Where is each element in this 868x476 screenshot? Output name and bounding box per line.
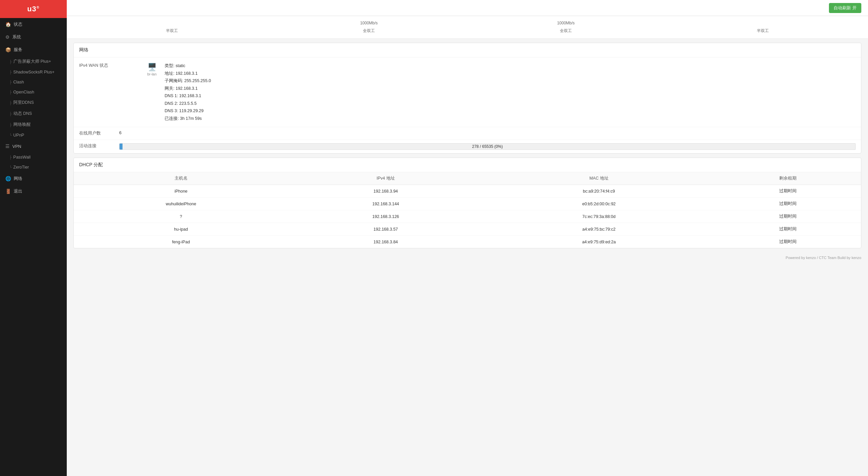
logo-sup: ®	[36, 5, 39, 9]
dhcp-cell-hostname-3: hu-ipad	[74, 223, 288, 236]
dhcp-cell-hostname-2: ?	[74, 210, 288, 223]
sidebar-item-status-label: 状态	[14, 21, 22, 27]
dhcp-cell-lease-4: 过期时间	[715, 236, 861, 248]
speed-col1-row2: 半双工	[73, 27, 271, 35]
sidebar-item-adblock[interactable]: 广告屏蔽大师 Plus+	[0, 56, 67, 67]
table-row: feng-iPad192.168.3.84a4:e9:75:d9:ed:2a过期…	[74, 236, 861, 248]
dhcp-col-lease: 剩余租期	[715, 172, 861, 185]
dhcp-header-row: 主机名 IPv4 地址 MAC 地址 剩余租期	[74, 172, 861, 185]
table-row: wuhuilideiPhone192.168.3.144e0:b5:2d:00:…	[74, 198, 861, 210]
online-users-value: 6	[119, 130, 856, 135]
sidebar-item-shadowsocks[interactable]: ShadowSocksR Plus+	[0, 67, 67, 77]
sidebar-item-clash[interactable]: Clash	[0, 77, 67, 87]
dhcp-cell-lease-2: 过期时间	[715, 210, 861, 223]
active-connections-label: 活动连接	[79, 143, 119, 149]
wan-dns2: DNS 2: 223.5.5.5	[164, 100, 211, 107]
sidebar-item-system[interactable]: ⚙ 系统	[0, 31, 67, 43]
sidebar-item-zerotier[interactable]: ZeroTier	[0, 162, 67, 172]
sidebar: u3® 🏠 状态 ⚙ 系统 📦 服务 广告屏蔽大师 Plus+ ShadowSo…	[0, 0, 67, 476]
dhcp-cell-mac-3: a4:e9:75:bc:79:c2	[483, 223, 714, 236]
network-section-body: IPv4 WAN 状态 🖥️ br-lan 类型: static 地址: 192…	[74, 57, 861, 153]
dhcp-cell-mac-0: bc:a9:20:74:f4:c9	[483, 185, 714, 198]
sidebar-item-services[interactable]: 📦 服务	[0, 43, 67, 56]
dhcp-cell-mac-1: e0:b5:2d:00:0c:92	[483, 198, 714, 210]
dhcp-table: 主机名 IPv4 地址 MAC 地址 剩余租期 iPhone192.168.3.…	[74, 172, 861, 248]
speed-col3-row1: 1000Mb/s	[467, 19, 664, 27]
table-row: iPhone192.168.3.94bc:a9:20:74:f4:c9过期时间	[74, 185, 861, 198]
table-row: ?192.168.3.1267c:ec:79:3a:88:0d过期时间	[74, 210, 861, 223]
system-icon: ⚙	[5, 34, 10, 40]
online-users-row: 在线用户数 6	[74, 127, 861, 140]
dhcp-cell-ipv4-4: 192.168.3.84	[288, 236, 483, 248]
logout-icon: 🚪	[5, 189, 11, 194]
sidebar-network-label: 网络	[14, 176, 22, 182]
network-section: 网络 IPv4 WAN 状态 🖥️ br-lan 类型: static 地址: …	[73, 43, 861, 154]
sidebar-alidns-label: 阿里DDNS	[13, 100, 34, 105]
sidebar-net-screen-label: 网络唤醒	[13, 122, 31, 128]
dhcp-cell-lease-1: 过期时间	[715, 198, 861, 210]
sidebar-passwall-label: PassWall	[13, 155, 31, 160]
footer: Powered by kenzo / CTC Team Build by ken…	[67, 252, 868, 263]
active-connections-row: 活动连接 278 / 65535 (0%)	[74, 140, 861, 153]
sidebar-section-main: 🏠 状态 ⚙ 系统 📦 服务 广告屏蔽大师 Plus+ ShadowSocksR…	[0, 18, 67, 198]
dhcp-cell-mac-4: a4:e9:75:d9:ed:2a	[483, 236, 714, 248]
logo-text: u3	[27, 5, 37, 13]
dhcp-cell-ipv4-3: 192.168.3.57	[288, 223, 483, 236]
speed-col4-row2: 半双工	[664, 27, 861, 35]
dhcp-table-body: iPhone192.168.3.94bc:a9:20:74:f4:c9过期时间w…	[74, 185, 861, 248]
dhcp-col-ipv4: IPv4 地址	[288, 172, 483, 185]
sidebar-item-dynamic-dns[interactable]: 动态 DNS	[0, 108, 67, 119]
sidebar-shadowsocks-label: ShadowSocksR Plus+	[13, 70, 54, 74]
table-row: hu-ipad192.168.3.57a4:e9:75:bc:79:c2过期时间	[74, 223, 861, 236]
dhcp-cell-ipv4-1: 192.168.3.144	[288, 198, 483, 210]
wan-icon-area: 🖥️ br-lan	[146, 62, 158, 76]
sidebar-item-system-label: 系统	[12, 34, 21, 40]
speed-col1-row1	[73, 19, 271, 27]
sidebar-clash-label: Clash	[13, 80, 24, 85]
dhcp-table-header: 主机名 IPv4 地址 MAC 地址 剩余租期	[74, 172, 861, 185]
speed-col3-row2: 全双工	[467, 27, 664, 35]
dhcp-section: DHCP 分配 主机名 IPv4 地址 MAC 地址 剩余租期 iPhone19…	[73, 158, 861, 248]
active-connections-value: 278 / 65535 (0%)	[119, 143, 856, 150]
sidebar-zerotier-label: ZeroTier	[13, 165, 29, 169]
wan-status-row: IPv4 WAN 状态 🖥️ br-lan 类型: static 地址: 192…	[74, 57, 861, 127]
dhcp-section-body: 主机名 IPv4 地址 MAC 地址 剩余租期 iPhone192.168.3.…	[74, 172, 861, 248]
dhcp-section-title: DHCP 分配	[74, 158, 861, 172]
sidebar-upnp-label: UPnP	[13, 133, 24, 137]
speed-col4-row1	[664, 19, 861, 27]
content-area: 1000Mb/s 1000Mb/s 半双工 全双工 全双工 半双工 网络 IPv…	[67, 16, 868, 476]
speed-row-1: 1000Mb/s 1000Mb/s	[73, 19, 861, 27]
dhcp-cell-ipv4-2: 192.168.3.126	[288, 210, 483, 223]
dhcp-cell-ipv4-0: 192.168.3.94	[288, 185, 483, 198]
speed-row-2: 半双工 全双工 全双工 半双工	[73, 27, 861, 35]
wan-dns1: DNS 1: 192.168.3.1	[164, 92, 211, 100]
dhcp-cell-hostname-4: feng-iPad	[74, 236, 288, 248]
auto-refresh-button[interactable]: 自动刷新 开	[829, 3, 861, 13]
wan-icon-label: br-lan	[147, 72, 157, 76]
sidebar-item-net-screen[interactable]: 网络唤醒	[0, 119, 67, 130]
sidebar-vpn-label: VPN	[12, 144, 21, 149]
logo: u3®	[0, 0, 67, 18]
sidebar-item-alidns[interactable]: 阿里DDNS	[0, 97, 67, 108]
sidebar-item-logout[interactable]: 🚪 退出	[0, 185, 67, 198]
connections-progress-bar	[120, 144, 123, 150]
wan-type: 类型: static	[164, 62, 211, 70]
home-icon: 🏠	[5, 22, 11, 27]
sidebar-item-status[interactable]: 🏠 状态	[0, 18, 67, 31]
connections-progress-container: 278 / 65535 (0%)	[119, 143, 856, 150]
sidebar-item-openclash[interactable]: OpenClash	[0, 87, 67, 97]
sidebar-item-vpn[interactable]: ☰ VPN	[0, 140, 67, 152]
wan-icon: 🖥️	[146, 62, 158, 72]
vpn-icon: ☰	[5, 144, 10, 149]
sidebar-item-passwall[interactable]: PassWall	[0, 152, 67, 162]
sidebar-openclash-label: OpenClash	[13, 90, 34, 94]
speed-table: 1000Mb/s 1000Mb/s 半双工 全双工 全双工 半双工	[67, 16, 868, 39]
online-users-label: 在线用户数	[79, 130, 119, 136]
sidebar-item-upnp[interactable]: UPnP	[0, 130, 67, 140]
footer-text: Powered by kenzo / CTC Team Build by ken…	[785, 256, 861, 260]
wan-gateway: 网关: 192.168.3.1	[164, 85, 211, 92]
network-section-title: 网络	[74, 43, 861, 57]
sidebar-item-services-label: 服务	[14, 47, 22, 53]
sidebar-adblock-label: 广告屏蔽大师 Plus+	[13, 59, 51, 64]
sidebar-item-network[interactable]: 🌐 网络	[0, 172, 67, 185]
